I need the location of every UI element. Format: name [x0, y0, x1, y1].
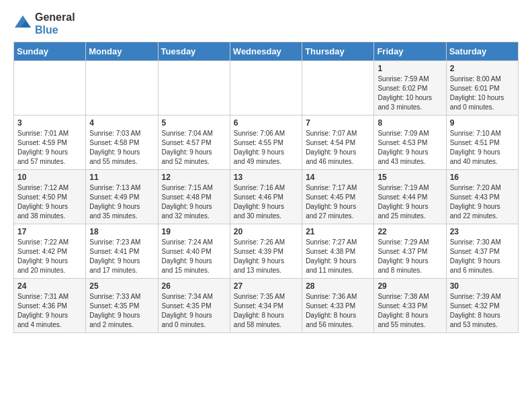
day-info: Sunrise: 7:09 AM Sunset: 4:53 PM Dayligh…	[378, 129, 442, 167]
day-info: Sunrise: 7:27 AM Sunset: 4:38 PM Dayligh…	[306, 238, 370, 275]
day-number: 24	[17, 281, 82, 291]
weekday-header-row: SundayMondayTuesdayWednesdayThursdayFrid…	[14, 42, 519, 61]
calendar-cell: 19Sunrise: 7:24 AM Sunset: 4:40 PM Dayli…	[158, 224, 230, 279]
weekday-header-saturday: Saturday	[446, 42, 518, 61]
day-number: 22	[378, 227, 442, 236]
weekday-header-monday: Monday	[86, 42, 158, 61]
day-number: 27	[234, 281, 298, 291]
calendar-cell: 22Sunrise: 7:29 AM Sunset: 4:37 PM Dayli…	[374, 224, 446, 279]
calendar-cell	[14, 61, 86, 116]
day-number: 9	[450, 118, 515, 128]
day-info: Sunrise: 7:01 AM Sunset: 4:59 PM Dayligh…	[17, 129, 82, 167]
calendar-cell: 5Sunrise: 7:04 AM Sunset: 4:57 PM Daylig…	[158, 116, 230, 170]
day-info: Sunrise: 7:38 AM Sunset: 4:33 PM Dayligh…	[378, 292, 442, 330]
calendar-cell	[158, 61, 230, 116]
header: General Blue	[13, 11, 519, 36]
calendar-cell	[302, 61, 374, 116]
calendar-cell: 2Sunrise: 8:00 AM Sunset: 6:01 PM Daylig…	[446, 61, 518, 116]
day-info: Sunrise: 8:00 AM Sunset: 6:01 PM Dayligh…	[450, 75, 515, 112]
calendar-cell: 3Sunrise: 7:01 AM Sunset: 4:59 PM Daylig…	[14, 116, 86, 170]
day-number: 25	[89, 281, 154, 291]
day-info: Sunrise: 7:24 AM Sunset: 4:40 PM Dayligh…	[162, 238, 226, 275]
calendar-cell: 6Sunrise: 7:06 AM Sunset: 4:55 PM Daylig…	[230, 116, 302, 170]
day-number: 18	[89, 227, 154, 236]
calendar-cell: 20Sunrise: 7:26 AM Sunset: 4:39 PM Dayli…	[230, 224, 302, 279]
day-info: Sunrise: 7:34 AM Sunset: 4:35 PM Dayligh…	[162, 292, 226, 330]
day-info: Sunrise: 7:59 AM Sunset: 6:02 PM Dayligh…	[378, 75, 442, 112]
day-info: Sunrise: 7:23 AM Sunset: 4:41 PM Dayligh…	[89, 238, 154, 275]
day-number: 26	[162, 281, 226, 291]
day-number: 14	[306, 173, 370, 182]
calendar-cell: 28Sunrise: 7:36 AM Sunset: 4:33 PM Dayli…	[302, 279, 374, 333]
day-number: 28	[306, 281, 370, 291]
calendar-cell: 27Sunrise: 7:35 AM Sunset: 4:34 PM Dayli…	[230, 279, 302, 333]
calendar-table: SundayMondayTuesdayWednesdayThursdayFrid…	[13, 42, 519, 333]
day-info: Sunrise: 7:33 AM Sunset: 4:35 PM Dayligh…	[89, 292, 154, 330]
day-number: 8	[378, 118, 442, 128]
day-info: Sunrise: 7:13 AM Sunset: 4:49 PM Dayligh…	[89, 183, 154, 221]
day-number: 5	[162, 118, 226, 128]
weekday-header-wednesday: Wednesday	[230, 42, 302, 61]
calendar-cell: 1Sunrise: 7:59 AM Sunset: 6:02 PM Daylig…	[374, 61, 446, 116]
calendar-week-row: 3Sunrise: 7:01 AM Sunset: 4:59 PM Daylig…	[14, 116, 519, 170]
calendar-cell: 12Sunrise: 7:15 AM Sunset: 4:48 PM Dayli…	[158, 170, 230, 224]
day-number: 10	[17, 173, 82, 182]
day-info: Sunrise: 7:17 AM Sunset: 4:45 PM Dayligh…	[306, 183, 370, 221]
logo-icon	[13, 14, 32, 33]
calendar-cell: 21Sunrise: 7:27 AM Sunset: 4:38 PM Dayli…	[302, 224, 374, 279]
calendar-cell: 16Sunrise: 7:20 AM Sunset: 4:43 PM Dayli…	[446, 170, 518, 224]
page: General Blue SundayMondayTuesdayWednesda…	[0, 0, 532, 344]
day-number: 15	[378, 173, 442, 182]
day-number: 11	[89, 173, 154, 182]
day-number: 12	[162, 173, 226, 182]
calendar-cell: 18Sunrise: 7:23 AM Sunset: 4:41 PM Dayli…	[86, 224, 158, 279]
calendar-week-row: 24Sunrise: 7:31 AM Sunset: 4:36 PM Dayli…	[14, 279, 519, 333]
day-number: 16	[450, 173, 515, 182]
day-info: Sunrise: 7:10 AM Sunset: 4:51 PM Dayligh…	[450, 129, 515, 167]
day-info: Sunrise: 7:39 AM Sunset: 4:32 PM Dayligh…	[450, 292, 515, 330]
calendar-cell: 25Sunrise: 7:33 AM Sunset: 4:35 PM Dayli…	[86, 279, 158, 333]
calendar-cell	[86, 61, 158, 116]
calendar-cell: 15Sunrise: 7:19 AM Sunset: 4:44 PM Dayli…	[374, 170, 446, 224]
calendar-cell: 26Sunrise: 7:34 AM Sunset: 4:35 PM Dayli…	[158, 279, 230, 333]
weekday-header-tuesday: Tuesday	[158, 42, 230, 61]
calendar-week-row: 17Sunrise: 7:22 AM Sunset: 4:42 PM Dayli…	[14, 224, 519, 279]
logo-general: General	[35, 11, 75, 24]
calendar-cell: 23Sunrise: 7:30 AM Sunset: 4:37 PM Dayli…	[446, 224, 518, 279]
day-number: 30	[450, 281, 515, 291]
calendar-cell: 13Sunrise: 7:16 AM Sunset: 4:46 PM Dayli…	[230, 170, 302, 224]
day-info: Sunrise: 7:29 AM Sunset: 4:37 PM Dayligh…	[378, 238, 442, 275]
day-number: 29	[378, 281, 442, 291]
day-info: Sunrise: 7:30 AM Sunset: 4:37 PM Dayligh…	[450, 238, 515, 275]
day-number: 3	[17, 118, 82, 128]
day-number: 1	[378, 64, 442, 73]
day-info: Sunrise: 7:19 AM Sunset: 4:44 PM Dayligh…	[378, 183, 442, 221]
day-number: 20	[234, 227, 298, 236]
day-number: 19	[162, 227, 226, 236]
day-number: 13	[234, 173, 298, 182]
day-info: Sunrise: 7:26 AM Sunset: 4:39 PM Dayligh…	[234, 238, 298, 275]
day-number: 7	[306, 118, 370, 128]
calendar-cell	[230, 61, 302, 116]
calendar-cell: 30Sunrise: 7:39 AM Sunset: 4:32 PM Dayli…	[446, 279, 518, 333]
calendar-cell: 10Sunrise: 7:12 AM Sunset: 4:50 PM Dayli…	[14, 170, 86, 224]
calendar-cell: 14Sunrise: 7:17 AM Sunset: 4:45 PM Dayli…	[302, 170, 374, 224]
day-info: Sunrise: 7:15 AM Sunset: 4:48 PM Dayligh…	[162, 183, 226, 221]
calendar-week-row: 1Sunrise: 7:59 AM Sunset: 6:02 PM Daylig…	[14, 61, 519, 116]
day-info: Sunrise: 7:35 AM Sunset: 4:34 PM Dayligh…	[234, 292, 298, 330]
calendar-cell: 17Sunrise: 7:22 AM Sunset: 4:42 PM Dayli…	[14, 224, 86, 279]
day-info: Sunrise: 7:36 AM Sunset: 4:33 PM Dayligh…	[306, 292, 370, 330]
day-info: Sunrise: 7:12 AM Sunset: 4:50 PM Dayligh…	[17, 183, 82, 221]
calendar-week-row: 10Sunrise: 7:12 AM Sunset: 4:50 PM Dayli…	[14, 170, 519, 224]
calendar-cell: 4Sunrise: 7:03 AM Sunset: 4:58 PM Daylig…	[86, 116, 158, 170]
day-number: 23	[450, 227, 515, 236]
day-info: Sunrise: 7:03 AM Sunset: 4:58 PM Dayligh…	[89, 129, 154, 167]
day-info: Sunrise: 7:04 AM Sunset: 4:57 PM Dayligh…	[162, 129, 226, 167]
calendar-cell: 29Sunrise: 7:38 AM Sunset: 4:33 PM Dayli…	[374, 279, 446, 333]
day-number: 2	[450, 64, 515, 73]
day-number: 6	[234, 118, 298, 128]
logo: General Blue	[13, 11, 75, 36]
day-number: 4	[89, 118, 154, 128]
calendar-cell: 9Sunrise: 7:10 AM Sunset: 4:51 PM Daylig…	[446, 116, 518, 170]
calendar-cell: 8Sunrise: 7:09 AM Sunset: 4:53 PM Daylig…	[374, 116, 446, 170]
